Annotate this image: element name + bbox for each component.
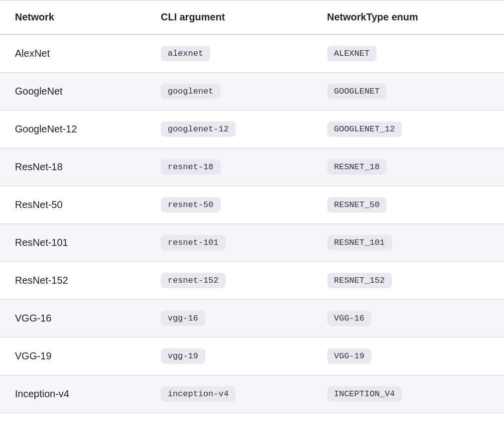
cell-cli: googlenet-12 bbox=[146, 111, 312, 148]
enum-badge: INCEPTION_V4 bbox=[327, 386, 402, 402]
networks-table-wrapper: Network CLI argument NetworkType enum Al… bbox=[0, 0, 504, 413]
cli-badge: resnet-152 bbox=[161, 273, 226, 288]
cell-cli: googlenet bbox=[146, 73, 312, 111]
enum-badge: RESNET_18 bbox=[327, 159, 387, 175]
table-row: ResNet-50resnet-50RESNET_50 bbox=[0, 186, 504, 224]
cli-badge: vgg-16 bbox=[161, 311, 205, 326]
enum-badge: VGG-16 bbox=[327, 311, 372, 326]
cell-network: VGG-19 bbox=[0, 337, 146, 375]
cell-enum: INCEPTION_V4 bbox=[312, 375, 504, 413]
cell-network: VGG-16 bbox=[0, 300, 146, 337]
table-row: ResNet-152resnet-152RESNET_152 bbox=[0, 262, 504, 300]
cell-cli: vgg-19 bbox=[146, 337, 312, 375]
network-name: ResNet-18 bbox=[15, 161, 63, 172]
table-row: VGG-16vgg-16VGG-16 bbox=[0, 300, 504, 337]
cell-enum: VGG-16 bbox=[312, 300, 504, 337]
network-name: ResNet-50 bbox=[15, 199, 63, 210]
cli-badge: alexnet bbox=[161, 46, 210, 61]
enum-badge: GOOGLENET_12 bbox=[327, 121, 402, 137]
cell-network: AlexNet bbox=[0, 34, 146, 73]
network-name: VGG-16 bbox=[15, 313, 51, 324]
table-row: VGG-19vgg-19VGG-19 bbox=[0, 337, 504, 375]
network-name: ResNet-101 bbox=[15, 237, 68, 248]
cell-enum: VGG-19 bbox=[312, 337, 504, 375]
cell-cli: resnet-50 bbox=[146, 186, 312, 224]
cell-enum: ALEXNET bbox=[312, 34, 504, 73]
column-header-cli: CLI argument bbox=[146, 0, 312, 35]
cell-network: Inception-v4 bbox=[0, 375, 146, 413]
network-name: AlexNet bbox=[15, 48, 50, 59]
table-row: GoogleNetgooglenetGOOGLENET bbox=[0, 73, 504, 111]
cell-enum: RESNET_18 bbox=[312, 148, 504, 186]
cli-badge: inception-v4 bbox=[161, 386, 236, 402]
column-header-network: Network bbox=[0, 0, 146, 35]
cell-cli: alexnet bbox=[146, 34, 312, 73]
cli-badge: googlenet-12 bbox=[161, 121, 236, 137]
cell-cli: resnet-101 bbox=[146, 224, 312, 262]
enum-badge: RESNET_101 bbox=[327, 235, 392, 250]
enum-badge: RESNET_152 bbox=[327, 273, 392, 288]
table-row: GoogleNet-12googlenet-12GOOGLENET_12 bbox=[0, 111, 504, 148]
column-header-enum: NetworkType enum bbox=[312, 0, 504, 35]
cell-enum: GOOGLENET_12 bbox=[312, 111, 504, 148]
cell-enum: GOOGLENET bbox=[312, 73, 504, 111]
table-row: ResNet-101resnet-101RESNET_101 bbox=[0, 224, 504, 262]
cell-network: ResNet-18 bbox=[0, 148, 146, 186]
cli-badge: resnet-18 bbox=[161, 159, 221, 175]
table-row: ResNet-18resnet-18RESNET_18 bbox=[0, 148, 504, 186]
cli-badge: resnet-101 bbox=[161, 235, 226, 250]
cell-cli: resnet-18 bbox=[146, 148, 312, 186]
table-row: Inception-v4inception-v4INCEPTION_V4 bbox=[0, 375, 504, 413]
network-name: Inception-v4 bbox=[15, 388, 69, 399]
cell-network: ResNet-50 bbox=[0, 186, 146, 224]
cell-network: ResNet-152 bbox=[0, 262, 146, 300]
cell-enum: RESNET_101 bbox=[312, 224, 504, 262]
cell-enum: RESNET_50 bbox=[312, 186, 504, 224]
cli-badge: resnet-50 bbox=[161, 197, 221, 213]
cell-cli: resnet-152 bbox=[146, 262, 312, 300]
enum-badge: ALEXNET bbox=[327, 46, 377, 61]
networks-table: Network CLI argument NetworkType enum Al… bbox=[0, 0, 504, 413]
network-name: VGG-19 bbox=[15, 350, 51, 361]
cell-network: GoogleNet-12 bbox=[0, 111, 146, 148]
cell-network: ResNet-101 bbox=[0, 224, 146, 262]
cli-badge: vgg-19 bbox=[161, 348, 205, 364]
cell-cli: vgg-16 bbox=[146, 300, 312, 337]
cell-cli: inception-v4 bbox=[146, 375, 312, 413]
network-name: ResNet-152 bbox=[15, 275, 68, 286]
cell-network: GoogleNet bbox=[0, 73, 146, 111]
enum-badge: VGG-19 bbox=[327, 348, 372, 364]
enum-badge: GOOGLENET bbox=[327, 84, 387, 99]
table-row: AlexNetalexnetALEXNET bbox=[0, 34, 504, 73]
enum-badge: RESNET_50 bbox=[327, 197, 387, 213]
cli-badge: googlenet bbox=[161, 84, 221, 99]
table-header-row: Network CLI argument NetworkType enum bbox=[0, 0, 504, 35]
network-name: GoogleNet-12 bbox=[15, 123, 77, 134]
cell-enum: RESNET_152 bbox=[312, 262, 504, 300]
network-name: GoogleNet bbox=[15, 86, 63, 97]
